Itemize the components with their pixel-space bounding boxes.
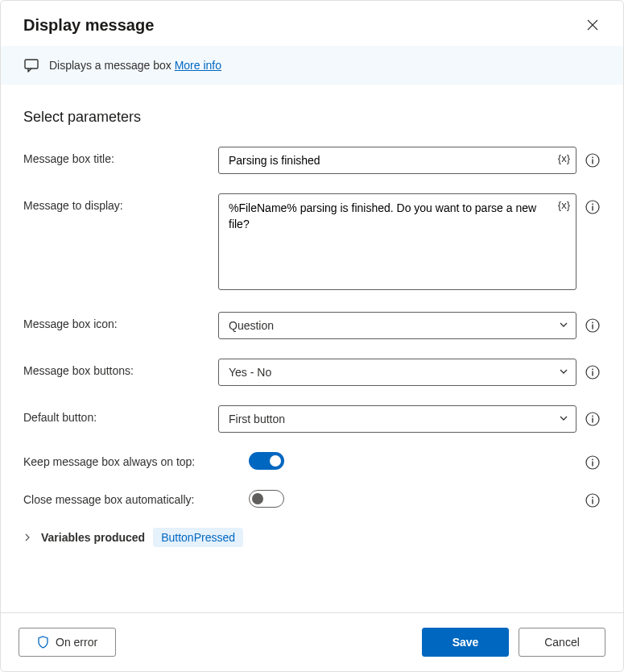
svg-point-2 bbox=[592, 156, 593, 158]
dialog-content: Select parameters Message box title: {x}… bbox=[1, 85, 623, 612]
info-icon bbox=[585, 153, 600, 168]
info-button[interactable] bbox=[585, 364, 601, 380]
insert-variable-button[interactable]: {x} bbox=[558, 152, 570, 164]
dialog-footer: On error Save Cancel bbox=[1, 612, 623, 671]
info-button[interactable] bbox=[585, 317, 601, 334]
svg-rect-18 bbox=[592, 462, 593, 467]
svg-point-17 bbox=[592, 458, 593, 460]
label-close-automatically: Close message box automatically: bbox=[23, 490, 242, 506]
select-message-box-buttons[interactable]: Yes - No bbox=[218, 359, 576, 386]
label-message-box-title: Message box title: bbox=[23, 147, 212, 165]
dialog-title: Display message bbox=[23, 16, 154, 35]
svg-point-11 bbox=[592, 368, 593, 370]
cancel-button[interactable]: Cancel bbox=[519, 628, 605, 657]
info-icon bbox=[585, 455, 600, 470]
svg-point-14 bbox=[592, 415, 593, 417]
row-always-on-top: Keep message box always on top: bbox=[23, 452, 601, 471]
info-icon bbox=[585, 412, 600, 426]
row-message-box-title: Message box title: {x} bbox=[23, 147, 601, 174]
variables-produced-label: Variables produced bbox=[41, 531, 145, 544]
info-icon bbox=[585, 365, 600, 380]
save-button[interactable]: Save bbox=[422, 628, 509, 657]
info-button[interactable] bbox=[585, 492, 601, 508]
label-message-to-display: Message to display: bbox=[23, 193, 212, 212]
info-button[interactable] bbox=[585, 152, 601, 168]
close-button[interactable] bbox=[583, 15, 602, 35]
info-icon bbox=[585, 493, 600, 508]
row-close-automatically: Close message box automatically: bbox=[23, 490, 601, 508]
info-button[interactable] bbox=[585, 411, 601, 427]
shield-icon bbox=[37, 636, 49, 649]
info-icon bbox=[585, 318, 600, 333]
row-default-button: Default button: First button bbox=[23, 405, 601, 433]
toggle-close-automatically[interactable] bbox=[249, 490, 284, 508]
svg-point-8 bbox=[592, 321, 593, 323]
svg-rect-6 bbox=[592, 206, 593, 211]
more-info-link[interactable]: More info bbox=[175, 59, 221, 72]
on-error-button[interactable]: On error bbox=[19, 628, 116, 657]
toggle-always-on-top[interactable] bbox=[249, 452, 284, 470]
svg-point-20 bbox=[592, 496, 593, 498]
message-icon bbox=[23, 57, 39, 73]
svg-rect-9 bbox=[592, 325, 593, 330]
row-message-box-buttons: Message box buttons: Yes - No bbox=[23, 359, 601, 386]
info-button[interactable] bbox=[585, 199, 601, 215]
section-title: Select parameters bbox=[23, 109, 601, 126]
label-message-box-icon: Message box icon: bbox=[23, 312, 212, 330]
chevron-right-icon bbox=[23, 533, 33, 541]
input-message-box-title[interactable] bbox=[218, 147, 576, 174]
row-message-box-icon: Message box icon: Question bbox=[23, 312, 601, 339]
row-message-to-display: Message to display: {x} bbox=[23, 193, 601, 292]
close-icon bbox=[587, 19, 598, 31]
variable-chip[interactable]: ButtonPressed bbox=[153, 528, 243, 547]
info-button[interactable] bbox=[585, 454, 601, 471]
label-message-box-buttons: Message box buttons: bbox=[23, 359, 212, 377]
label-default-button: Default button: bbox=[23, 405, 212, 424]
display-message-dialog: Display message Displays a message box M… bbox=[0, 0, 624, 672]
label-always-on-top: Keep message box always on top: bbox=[23, 452, 242, 468]
svg-rect-21 bbox=[592, 500, 593, 504]
svg-rect-12 bbox=[592, 371, 593, 376]
svg-rect-15 bbox=[592, 418, 593, 423]
variables-produced-row[interactable]: Variables produced ButtonPressed bbox=[23, 528, 601, 547]
description-bar: Displays a message box More info bbox=[1, 46, 623, 85]
dialog-header: Display message bbox=[1, 1, 623, 46]
svg-rect-3 bbox=[592, 160, 593, 164]
description-text: Displays a message box More info bbox=[49, 59, 221, 72]
info-icon bbox=[585, 200, 600, 214]
svg-point-5 bbox=[592, 203, 593, 205]
textarea-message-to-display[interactable] bbox=[218, 193, 576, 290]
select-message-box-icon[interactable]: Question bbox=[218, 312, 576, 339]
svg-rect-0 bbox=[25, 60, 38, 68]
insert-variable-button[interactable]: {x} bbox=[558, 199, 570, 211]
select-default-button[interactable]: First button bbox=[218, 405, 576, 433]
